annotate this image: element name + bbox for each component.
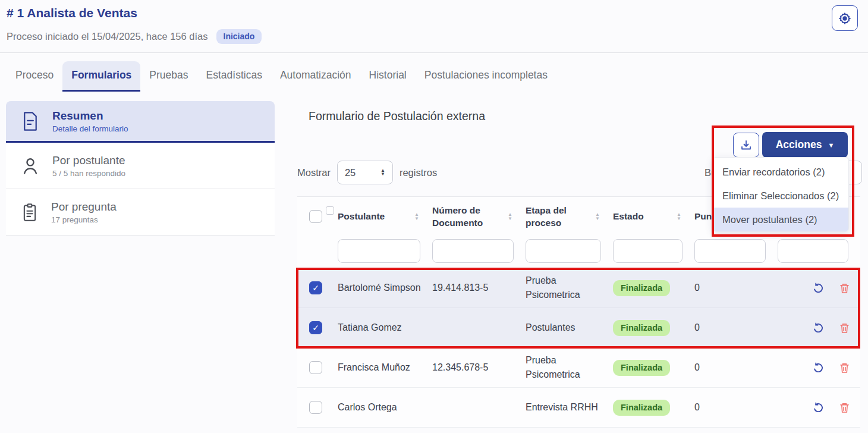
cell-puntaje: 0 (694, 402, 778, 413)
table-row[interactable]: ✓ Bartolomé Simpson 19.414.813-5 Prueba … (297, 268, 860, 308)
process-start-subtitle: Proceso iniciado el 15/04/2025, hace 156… (7, 31, 208, 42)
sort-icon: ▲▼ (508, 212, 512, 221)
filter-input-puntaje[interactable] (694, 239, 766, 263)
header-mini-checkbox[interactable] (326, 206, 334, 215)
select-arrows-icon: ▲▼ (380, 169, 385, 176)
trash-icon[interactable] (839, 322, 850, 334)
download-button[interactable] (733, 133, 759, 158)
tab-bar: Proceso Formularios Pruebas Estadísticas… (7, 61, 556, 92)
sidebar-item-title: Por postulante (52, 154, 125, 167)
page-size-value: 25 (345, 167, 356, 178)
sidebar-item-por-postulante[interactable]: Por postulante 5 / 5 han respondido (6, 143, 275, 189)
tab-proceso[interactable]: Proceso (7, 61, 62, 92)
gear-icon (838, 12, 851, 25)
actions-dropdown-menu: Enviar recordatorios (2) Eliminar Selecc… (712, 157, 849, 232)
filter-input-etapa[interactable] (526, 239, 601, 263)
sidebar-item-title: Por pregunta (51, 200, 117, 214)
form-title: Formulario de Postulación externa (309, 109, 485, 123)
status-badge: Iniciado (216, 29, 262, 44)
tab-postulaciones-incompletas[interactable]: Postulaciones incompletas (416, 61, 556, 92)
records-label: registros (400, 167, 437, 178)
status-badge-finalizada: Finalizada (613, 320, 670, 336)
status-badge-finalizada: Finalizada (613, 400, 670, 416)
cell-postulante: Tatiana Gomez (338, 321, 432, 335)
cell-puntaje: 0 (694, 322, 778, 333)
sort-icon: ▲▼ (677, 212, 681, 221)
cell-documento: 19.414.813-5 (432, 281, 526, 295)
status-badge-finalizada: Finalizada (613, 280, 670, 296)
sort-icon: ▲▼ (414, 212, 419, 221)
table-row[interactable]: ✓ Francisca Muñoz 12.345.678-5 Prueba Ps… (297, 348, 860, 388)
reset-button[interactable] (813, 322, 824, 334)
cell-etapa: Prueba Psicometrica (526, 274, 613, 302)
row-checkbox[interactable]: ✓ (309, 361, 322, 374)
cell-etapa: Entrevista RRHH (526, 400, 613, 415)
show-label: Mostrar (297, 167, 331, 178)
trash-icon[interactable] (839, 283, 850, 294)
sidebar-item-resumen[interactable]: Resumen Detalle del formulario (6, 101, 275, 143)
cell-postulante: Bartolomé Simpson (338, 281, 432, 295)
menu-item-mover-postulantes[interactable]: Mover postulantes (2) (713, 208, 848, 231)
status-badge-finalizada: Finalizada (613, 360, 670, 376)
person-icon (21, 156, 39, 175)
download-icon (740, 139, 752, 151)
select-all-checkbox[interactable]: ✓ (309, 210, 322, 223)
trash-icon[interactable] (839, 362, 850, 374)
tab-pruebas[interactable]: Pruebas (140, 61, 197, 92)
filter-input-postulante[interactable] (338, 239, 420, 263)
sidebar-item-subtitle: 17 preguntas (51, 215, 117, 224)
cell-documento: 12.345.678-5 (432, 360, 526, 375)
sidebar-item-subtitle: Detalle del formulario (52, 124, 128, 133)
sort-icon: ▲▼ (595, 212, 600, 221)
chevron-down-icon: ▼ (828, 142, 834, 149)
column-header-documento[interactable]: Número de Documento ▲▼ (432, 204, 526, 229)
tab-historial[interactable]: Historial (360, 61, 416, 92)
page-title: # 1 Analista de Ventas (7, 6, 137, 20)
reset-button[interactable] (813, 283, 824, 294)
trash-icon[interactable] (839, 402, 850, 413)
table-body: ✓ Bartolomé Simpson 19.414.813-5 Prueba … (297, 268, 860, 428)
cell-etapa: Postulantes (526, 321, 613, 335)
table-row[interactable]: ✓ Tatiana Gomez Postulantes Finalizada 0 (297, 308, 860, 348)
row-checkbox[interactable]: ✓ (309, 281, 322, 294)
cell-puntaje: 0 (694, 362, 778, 373)
menu-item-enviar-recordatorios[interactable]: Enviar recordatorios (2) (713, 160, 848, 184)
table-row[interactable]: ✓ Carlos Ortega Entrevista RRHH Finaliza… (297, 388, 860, 428)
filter-input-estado[interactable] (613, 239, 683, 263)
clipboard-icon (21, 203, 38, 222)
cell-puntaje: 0 (694, 283, 778, 293)
sidebar-item-por-pregunta[interactable]: Por pregunta 17 preguntas (6, 189, 275, 236)
actions-button[interactable]: Acciones ▼ (762, 132, 848, 158)
sidebar-item-subtitle: 5 / 5 han respondido (52, 169, 125, 178)
cell-etapa: Prueba Psicometrica (526, 353, 613, 382)
header-divider (0, 52, 868, 53)
page-size-select[interactable]: 25 ▲▼ (337, 161, 393, 184)
tab-automatizacion[interactable]: Automatización (271, 61, 360, 92)
settings-button[interactable] (832, 5, 858, 31)
column-header-estado[interactable]: Estado ▲▼ (613, 210, 694, 222)
tab-estadisticas[interactable]: Estadísticas (197, 61, 271, 92)
reset-button[interactable] (813, 362, 824, 374)
form-views-sidebar: Resumen Detalle del formulario Por postu… (6, 101, 275, 236)
reset-button[interactable] (813, 402, 824, 413)
row-checkbox[interactable]: ✓ (309, 321, 322, 334)
row-checkbox[interactable]: ✓ (309, 401, 322, 414)
cell-postulante: Francisca Muñoz (338, 360, 432, 375)
document-icon (21, 111, 39, 131)
cell-postulante: Carlos Ortega (338, 400, 432, 415)
column-header-etapa[interactable]: Etapa del proceso ▲▼ (526, 204, 613, 229)
column-header-postulante[interactable]: Postulante ▲▼ (338, 210, 432, 222)
sidebar-item-title: Resumen (52, 109, 128, 123)
tab-formularios[interactable]: Formularios (62, 61, 140, 92)
filter-input-documento[interactable] (432, 239, 514, 263)
table-filter-row (297, 236, 860, 266)
menu-item-eliminar-seleccionados[interactable]: Eliminar Seleccionados (2) (713, 184, 848, 208)
filter-input-acciones[interactable] (778, 239, 848, 263)
